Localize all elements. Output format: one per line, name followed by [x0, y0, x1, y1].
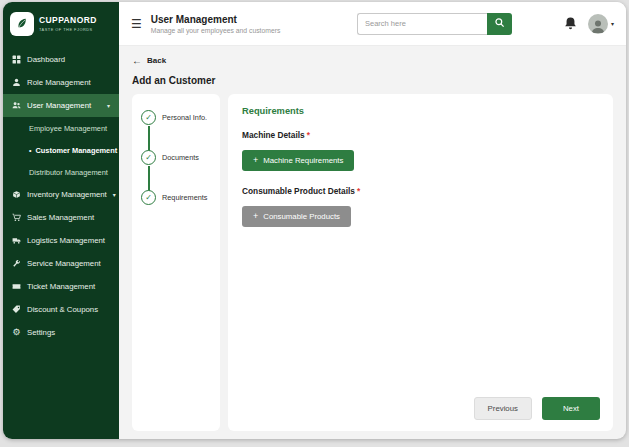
main-content: ← Back Add an Customer ✓ Personal Info. …	[119, 46, 626, 439]
sales-icon	[12, 213, 21, 222]
check-icon: ✓	[141, 150, 156, 165]
chevron-down-icon: ▾	[113, 191, 116, 198]
logistics-icon	[12, 236, 21, 245]
sidebar-item-employee-management[interactable]: Employee Management	[3, 117, 119, 139]
step-personal-info[interactable]: ✓ Personal Info.	[141, 110, 211, 125]
previous-button[interactable]: Previous	[474, 397, 532, 420]
plus-icon: +	[253, 156, 258, 165]
sidebar-item-inventory-management[interactable]: Inventory Management ▾	[3, 183, 119, 206]
sidebar-item-sales-management[interactable]: Sales Management	[3, 206, 119, 229]
chevron-down-icon: ▾	[611, 20, 614, 27]
avatar	[588, 14, 608, 34]
sidebar-item-service-management[interactable]: Service Management	[3, 252, 119, 275]
user-management-submenu: Employee Management • Customer Managemen…	[3, 117, 119, 183]
user-profile-menu[interactable]: ▾	[588, 14, 614, 34]
chevron-down-icon: ▾	[107, 102, 110, 109]
page-header-subtitle: Manage all your employees and customers	[151, 27, 281, 34]
leaf-logo-icon	[10, 12, 34, 36]
sidebar-item-label: Inventory Management	[27, 190, 107, 199]
back-arrow-icon: ←	[132, 55, 142, 66]
sidebar: CUPPANORD TASTE OF THE FJORDS Dashboard …	[3, 2, 119, 439]
requirements-form-card: Requirements Machine Details* + Machine …	[228, 94, 613, 431]
stepper-panel: ✓ Personal Info. ✓ Documents ✓ Requireme…	[132, 94, 220, 431]
sidebar-item-label: Dashboard	[27, 55, 65, 64]
check-icon: ✓	[141, 110, 156, 125]
sidebar-item-label: Sales Management	[27, 213, 94, 222]
content-area: ✓ Personal Info. ✓ Documents ✓ Requireme…	[132, 94, 613, 431]
step-documents[interactable]: ✓ Documents	[141, 150, 211, 165]
sidebar-nav: Dashboard Role Management User Managemen…	[3, 48, 119, 344]
section-title: Requirements	[242, 106, 599, 116]
step-label: Documents	[162, 153, 199, 162]
sidebar-item-discount-coupons[interactable]: Discount & Coupons	[3, 298, 119, 321]
bullet-icon: •	[29, 147, 31, 154]
service-icon	[12, 259, 21, 268]
consumable-product-details-label: Consumable Product Details*	[242, 186, 599, 196]
sidebar-item-label: Discount & Coupons	[27, 305, 98, 314]
top-header: ☰ User Management Manage all your employ…	[119, 2, 626, 46]
main-column: ☰ User Management Manage all your employ…	[119, 2, 626, 439]
step-label: Requirements	[162, 193, 207, 202]
users-icon	[12, 101, 21, 110]
dashboard-icon	[12, 55, 21, 64]
sidebar-item-user-management[interactable]: User Management ▾	[3, 94, 119, 117]
role-icon	[12, 78, 21, 87]
discount-tag-icon	[12, 305, 21, 314]
sidebar-item-settings[interactable]: ⚙ Settings	[3, 321, 119, 344]
required-asterisk: *	[307, 130, 310, 140]
plus-icon: +	[253, 212, 258, 221]
sidebar-item-label: Settings	[27, 328, 55, 337]
sidebar-item-ticket-management[interactable]: Ticket Management	[3, 275, 119, 298]
sidebar-item-label: Role Management	[27, 78, 91, 87]
add-machine-requirements-button[interactable]: + Machine Requirements	[242, 150, 354, 171]
sidebar-subitem-label: Employee Management	[29, 124, 107, 133]
sidebar-item-dashboard[interactable]: Dashboard	[3, 48, 119, 71]
add-consumable-products-button[interactable]: + Consumable Products	[242, 206, 351, 227]
machine-details-label: Machine Details*	[242, 130, 599, 140]
notification-bell-icon[interactable]	[563, 16, 579, 32]
next-button[interactable]: Next	[542, 397, 600, 420]
hamburger-menu-icon[interactable]: ☰	[131, 18, 142, 30]
sidebar-item-role-management[interactable]: Role Management	[3, 71, 119, 94]
sidebar-item-label: Logistics Management	[27, 236, 105, 245]
search-bar	[357, 13, 512, 35]
back-label: Back	[147, 56, 166, 65]
required-asterisk: *	[357, 186, 360, 196]
step-requirements[interactable]: ✓ Requirements	[141, 190, 211, 205]
check-icon: ✓	[141, 190, 156, 205]
sidebar-item-label: User Management	[27, 101, 91, 110]
brand-tagline: TASTE OF THE FJORDS	[39, 27, 97, 32]
app-window: CUPPANORD TASTE OF THE FJORDS Dashboard …	[3, 2, 626, 439]
brand-logo: CUPPANORD TASTE OF THE FJORDS	[3, 2, 119, 48]
sidebar-subitem-label: Distributor Management	[29, 168, 108, 177]
sidebar-subitem-label: Customer Management	[35, 146, 117, 155]
sidebar-item-logistics-management[interactable]: Logistics Management	[3, 229, 119, 252]
page-header-title: User Management	[151, 14, 281, 25]
ticket-icon	[12, 282, 21, 291]
brand-name: CUPPANORD	[39, 16, 97, 25]
inventory-icon	[12, 190, 21, 199]
back-link[interactable]: ← Back	[132, 55, 166, 66]
page-title: Add an Customer	[132, 75, 613, 86]
sidebar-item-customer-management[interactable]: • Customer Management	[3, 139, 119, 161]
gear-icon: ⚙	[12, 328, 21, 337]
search-icon	[494, 16, 505, 31]
search-input[interactable]	[357, 13, 487, 35]
sidebar-item-label: Service Management	[27, 259, 101, 268]
sidebar-item-distributor-management[interactable]: Distributor Management	[3, 161, 119, 183]
step-label: Personal Info.	[162, 113, 207, 122]
sidebar-item-label: Ticket Management	[27, 282, 95, 291]
search-button[interactable]	[487, 13, 512, 35]
form-footer: Previous Next	[474, 397, 600, 420]
